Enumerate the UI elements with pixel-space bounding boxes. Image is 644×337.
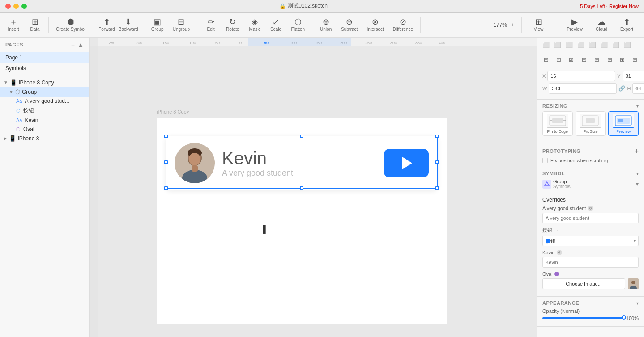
reset-icon-3[interactable]: ↺	[557, 250, 562, 255]
override-img-row: Choose Image...	[542, 278, 639, 289]
preview-option[interactable]: Preview	[608, 111, 639, 136]
close-button[interactable]	[5, 4, 11, 9]
overrides-section: Overrides A very good student ↺ 按钮 → 按钮	[537, 193, 644, 297]
layer-kevin[interactable]: Aa Kevin	[0, 116, 89, 125]
override-input-1[interactable]	[542, 213, 639, 223]
align-center-h-button[interactable]: ⬜	[552, 39, 563, 50]
opacity-slider-track[interactable]	[542, 317, 624, 319]
view-tool[interactable]: ⊞ View	[529, 16, 549, 34]
fix-scroll-label: Fix position when scrolling	[550, 158, 608, 163]
card: Kevin A very good student	[166, 136, 438, 190]
mask-tool[interactable]: ◈ Mask	[245, 16, 264, 34]
preview-tool[interactable]: ▶ Preview	[563, 16, 587, 34]
position-xy-row: X Y	[542, 71, 639, 81]
w-input[interactable]	[549, 83, 617, 94]
chevron-right-icon: ▶	[4, 136, 7, 141]
union-tool[interactable]: ⊕ Union	[316, 16, 336, 34]
create-symbol-tool[interactable]: ⬢ Create Symbol	[52, 16, 89, 34]
ungroup-tool[interactable]: ⊟ Ungroup	[169, 16, 193, 34]
lock-aspect-button[interactable]: 🔗	[618, 85, 625, 92]
align-left-button[interactable]: ⬜	[541, 39, 551, 50]
play-button[interactable]	[384, 149, 429, 177]
forward-tool[interactable]: ⬆ Forward	[97, 16, 117, 34]
align-middle-v-button[interactable]: ⬜	[587, 39, 598, 50]
canvas-wrap[interactable]: 🔒 -250 -200 -150 -100 -50 0 50 100 150 2…	[90, 38, 537, 337]
fix-scroll-checkbox[interactable]	[542, 158, 548, 163]
h-input[interactable]	[632, 83, 644, 94]
fix-size-option[interactable]: Fix Size	[576, 111, 606, 136]
flatten-tool[interactable]: ⬡ Flatten	[288, 16, 309, 34]
insert-tool[interactable]: ＋ Insert	[4, 16, 23, 34]
align-right-button[interactable]: ⬜	[564, 39, 575, 50]
maximize-button[interactable]	[21, 4, 27, 9]
export-tool[interactable]: ⬆ Export	[617, 16, 637, 34]
pad-button[interactable]: ⊞	[592, 54, 602, 65]
prototyping-section: PROTOTYPING + Fix position when scrollin…	[537, 143, 644, 167]
layer-iphone8[interactable]: ▶ 📱 iPhone 8	[0, 134, 89, 143]
override-input-3[interactable]	[542, 257, 639, 268]
x-input[interactable]	[547, 71, 615, 81]
opacity-slider-thumb[interactable]	[622, 315, 626, 320]
cloud-tool[interactable]: ☁ Cloud	[592, 16, 611, 34]
zoom-out-icon[interactable]: −	[486, 22, 489, 28]
separator-2	[93, 17, 93, 33]
choose-image-button[interactable]: Choose Image...	[542, 278, 625, 289]
pin-to-edge-option[interactable]: Pin to Edge	[542, 111, 573, 136]
minimize-button[interactable]	[13, 4, 19, 9]
opacity-slider-fill	[542, 317, 624, 319]
page-item-page1[interactable]: Page 1	[0, 52, 89, 63]
ruler-mark: -200	[134, 41, 142, 45]
layer-button[interactable]: ⬡ 按钮	[0, 105, 89, 116]
main-area: PAGES + ▲ Page 1 Symbols ▼ 📱 iPhone 8 Co…	[0, 38, 644, 337]
transform2-button[interactable]: ⊠	[566, 54, 577, 65]
arrange-button[interactable]: ⊞	[604, 54, 615, 65]
align-top-button[interactable]: ⬜	[576, 39, 586, 50]
y-input[interactable]	[623, 71, 644, 81]
layer-oval[interactable]: ⬡ Oval	[0, 125, 89, 134]
align-bottom-button[interactable]: ⬜	[599, 39, 610, 50]
reset-icon-1[interactable]: ↺	[588, 206, 593, 211]
collapse-pages-button[interactable]: ▲	[77, 41, 84, 48]
backward-tool[interactable]: ⬇ Backward	[117, 16, 140, 34]
page-item-symbols[interactable]: Symbols	[0, 63, 89, 74]
arrange2-button[interactable]: ⊞	[617, 54, 628, 65]
distribute-h-button[interactable]: ⬜	[610, 39, 621, 50]
subtract-tool[interactable]: ⊖ Subtract	[337, 16, 361, 34]
symbol-dropdown-icon[interactable]: ▾	[636, 181, 639, 187]
difference-tool[interactable]: ⊘ Difference	[389, 16, 417, 34]
resizing-expand-button[interactable]: ▾	[636, 104, 639, 109]
layer-iphone8copy[interactable]: ▼ 📱 iPhone 8 Copy	[0, 78, 89, 87]
intersect-tool[interactable]: ⊗ Intersect	[363, 16, 387, 34]
add-page-button[interactable]: +	[71, 41, 75, 48]
edit-tool[interactable]: ✏ Edit	[201, 16, 221, 34]
link-icon-2[interactable]: →	[554, 228, 559, 233]
artboard[interactable]: Kevin A very good student	[157, 118, 447, 324]
scale-tool[interactable]: ⤢ Scale	[266, 16, 286, 34]
canvas-area[interactable]: iPhone 8 Copy	[98, 46, 537, 337]
data-tool[interactable]: ⊞ Data	[25, 16, 45, 34]
layer-group[interactable]: ▼ ⬡ Group	[0, 87, 89, 97]
symbol-expand-button[interactable]: ▾	[636, 171, 639, 176]
resizing-section: RESIZING ▾ Pin to Edge	[537, 100, 644, 143]
svg-marker-16	[545, 182, 549, 185]
transform-button[interactable]: ⊞	[541, 54, 551, 65]
trial-notice[interactable]: 5 Days Left · Register Now	[580, 4, 639, 9]
zoom-value[interactable]: 177%	[491, 22, 509, 28]
group-icon: ▣	[154, 18, 161, 26]
zoom-in-icon[interactable]: +	[511, 22, 514, 28]
opacity-label: Opacity (Normal)	[542, 308, 639, 314]
resize-button[interactable]: ⊡	[553, 54, 564, 65]
distribute-v-button[interactable]: ⬜	[622, 39, 633, 50]
arrange3-button[interactable]: ⊞	[630, 54, 640, 65]
appearance-expand-button[interactable]: ▾	[636, 301, 639, 306]
rotate-tool[interactable]: ↻ Rotate	[222, 16, 243, 34]
window-controls[interactable]	[5, 4, 27, 9]
ungroup-icon: ⊟	[178, 18, 184, 26]
group-tool[interactable]: ▣ Group	[148, 16, 167, 34]
symbol-layer-icon: ⬡	[16, 108, 21, 114]
fit-button[interactable]: ⊟	[579, 54, 589, 65]
layer-text1[interactable]: Aa A very good stud...	[0, 97, 89, 105]
override-select-2[interactable]: 按钮	[542, 236, 639, 246]
card-subtitle: A very good student	[222, 168, 377, 178]
add-prototyping-button[interactable]: +	[635, 147, 639, 155]
